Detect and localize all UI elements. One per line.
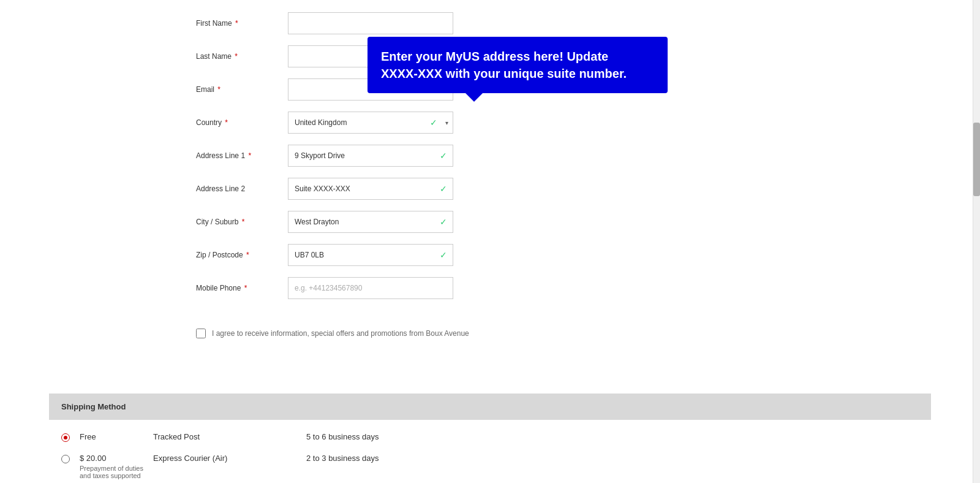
tooltip-bubble: Enter your MyUS address here! Update XXX… (368, 37, 668, 93)
country-check-icon: ✓ (430, 118, 437, 127)
required-star: * (244, 251, 249, 259)
required-star: * (216, 85, 221, 94)
zip-input-wrapper: ✓ (288, 244, 453, 266)
days-label-express: 2 to 3 business days (306, 454, 919, 463)
shipping-section: Free Tracked Post 5 to 6 business days $… (49, 420, 931, 483)
last-name-label: Last Name * (196, 52, 288, 61)
required-star: * (242, 284, 247, 292)
zip-row: Zip / Postcode * ✓ (196, 244, 655, 266)
mobile-phone-label: Mobile Phone * (196, 284, 288, 292)
days-col-free: 5 to 6 business days (306, 432, 919, 441)
method-col-express: Express Courier (Air) (153, 454, 306, 463)
first-name-row: First Name * (196, 12, 655, 34)
address-line1-input[interactable] (288, 145, 453, 167)
country-row: Country * United Kingdom ✓ ▾ (196, 112, 655, 134)
price-col-express: $ 20.00 Prepayment of duties and taxes s… (80, 454, 153, 479)
price-label-express: $ 20.00 (80, 454, 153, 463)
page-scrollbar[interactable] (973, 0, 980, 483)
address-line2-label: Address Line 2 (196, 184, 288, 193)
price-sublabel-express: Prepayment of duties and taxes supported (80, 465, 153, 479)
required-star: * (239, 218, 244, 226)
address-line1-check-icon: ✓ (440, 151, 447, 161)
shipping-option-free: Free Tracked Post 5 to 6 business days (61, 432, 919, 444)
form-section: Enter your MyUS address here! Update XXX… (196, 0, 655, 322)
mobile-phone-input[interactable] (288, 277, 453, 299)
address-line1-row: Address Line 1 * ✓ (196, 145, 655, 167)
price-col-free: Free (80, 432, 153, 441)
country-select-wrapper: United Kingdom ✓ ▾ (288, 112, 453, 134)
marketing-checkbox[interactable] (196, 329, 206, 338)
address-line2-check-icon: ✓ (440, 184, 447, 194)
page-wrapper: Enter your MyUS address here! Update XXX… (0, 0, 980, 483)
days-label-free: 5 to 6 business days (306, 432, 919, 441)
radio-col-free (61, 432, 80, 444)
email-label: Email * (196, 85, 288, 94)
gap1 (0, 375, 980, 394)
price-label-free: Free (80, 432, 153, 441)
city-label: City / Suburb * (196, 218, 288, 226)
marketing-checkbox-row: I agree to receive information, special … (196, 329, 980, 338)
first-name-label: First Name * (196, 19, 288, 28)
first-name-input-wrapper (288, 12, 453, 34)
marketing-checkbox-label: I agree to receive information, special … (212, 329, 469, 338)
required-star: * (233, 19, 238, 28)
required-star: * (233, 52, 238, 61)
shipping-method-header: Shipping Method (49, 394, 931, 420)
required-star: * (246, 151, 251, 160)
days-col-express: 2 to 3 business days (306, 454, 919, 463)
zip-check-icon: ✓ (440, 250, 447, 260)
tooltip-line1: Enter your MyUS address here! Update (381, 50, 608, 63)
scrollbar-thumb[interactable] (973, 123, 980, 196)
shipping-option-express: $ 20.00 Prepayment of duties and taxes s… (61, 454, 919, 479)
method-label-express: Express Courier (Air) (153, 454, 306, 463)
address-line2-row: Address Line 2 ✓ (196, 178, 655, 200)
tooltip-line2: XXXX-XXX with your unique suite number. (381, 67, 627, 80)
address-line1-label: Address Line 1 * (196, 151, 288, 160)
radio-col-express (61, 454, 80, 465)
method-col-free: Tracked Post (153, 432, 306, 441)
mobile-phone-row: Mobile Phone * (196, 277, 655, 299)
radio-button-free[interactable] (61, 433, 70, 442)
address-line2-input[interactable] (288, 178, 453, 200)
city-input-wrapper: ✓ (288, 211, 453, 233)
radio-button-express[interactable] (61, 455, 70, 463)
country-select[interactable]: United Kingdom (288, 112, 453, 134)
method-label-free: Tracked Post (153, 432, 306, 441)
country-label: Country * (196, 118, 288, 127)
zip-label: Zip / Postcode * (196, 251, 288, 259)
first-name-input[interactable] (288, 12, 453, 34)
address-line2-input-wrapper: ✓ (288, 178, 453, 200)
required-star: * (223, 118, 228, 127)
city-check-icon: ✓ (440, 217, 447, 227)
city-input[interactable] (288, 211, 453, 233)
city-row: City / Suburb * ✓ (196, 211, 655, 233)
zip-input[interactable] (288, 244, 453, 266)
address-line1-input-wrapper: ✓ (288, 145, 453, 167)
mobile-phone-input-wrapper (288, 277, 453, 299)
